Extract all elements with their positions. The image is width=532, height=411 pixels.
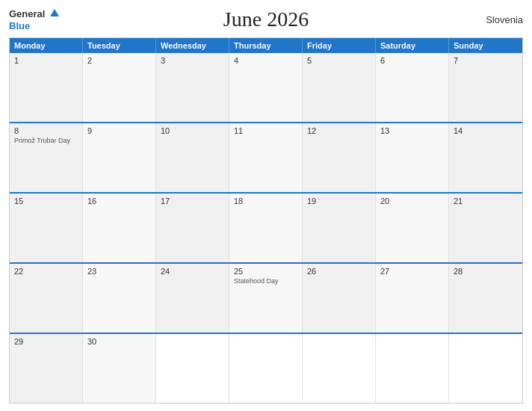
cell-w4-4: 25Statehood Day xyxy=(229,264,303,333)
week-3: 15 16 17 18 19 20 21 xyxy=(10,192,522,262)
cell-w1-5: 5 xyxy=(303,53,376,122)
cell-w5-4 xyxy=(229,334,303,403)
week-1: 1 2 3 4 5 6 7 xyxy=(10,53,522,122)
cell-w4-7: 28 xyxy=(449,264,522,333)
week-5: 29 30 xyxy=(10,333,522,403)
cell-w3-1: 15 xyxy=(10,194,83,262)
cell-w3-2: 16 xyxy=(83,194,156,262)
cell-w5-5 xyxy=(303,334,376,403)
week-2: 8Primož Trubar Day 9 10 11 12 13 14 xyxy=(10,122,522,192)
cell-w5-6 xyxy=(376,334,449,403)
col-wednesday: Wednesday xyxy=(156,38,229,53)
cell-w5-2: 30 xyxy=(83,334,156,403)
cell-w3-6: 20 xyxy=(376,194,449,262)
cell-w2-4: 11 xyxy=(229,123,303,192)
col-monday: Monday xyxy=(10,38,83,53)
col-friday: Friday xyxy=(303,38,376,53)
cell-w1-4: 4 xyxy=(229,53,303,122)
cell-w5-3 xyxy=(156,334,229,403)
cell-w2-2: 9 xyxy=(83,123,156,192)
logo: General Blue xyxy=(9,7,59,31)
col-sunday: Sunday xyxy=(449,38,522,53)
cell-w4-2: 23 xyxy=(83,264,156,333)
cell-w1-2: 2 xyxy=(83,53,156,122)
calendar-header-row: Monday Tuesday Wednesday Thursday Friday… xyxy=(10,38,522,53)
logo-line2: Blue xyxy=(9,19,59,31)
cell-w1-6: 6 xyxy=(376,53,449,122)
cell-w2-3: 10 xyxy=(156,123,229,192)
cell-w2-1: 8Primož Trubar Day xyxy=(10,123,83,192)
col-tuesday: Tuesday xyxy=(83,38,156,53)
col-thursday: Thursday xyxy=(229,38,303,53)
cell-w3-3: 17 xyxy=(156,194,229,262)
logo-line1: General xyxy=(9,7,59,19)
calendar-title: June 2026 xyxy=(223,7,309,31)
cell-w1-1: 1 xyxy=(10,53,83,122)
cell-w2-6: 13 xyxy=(376,123,449,192)
col-saturday: Saturday xyxy=(376,38,449,53)
calendar-page: General Blue June 2026 Slovenia Monday T… xyxy=(0,0,532,411)
cell-w5-7 xyxy=(449,334,522,403)
cell-w3-5: 19 xyxy=(303,194,376,262)
logo-triangle-icon xyxy=(50,9,59,16)
cell-w2-5: 12 xyxy=(303,123,376,192)
cell-w5-1: 29 xyxy=(10,334,83,403)
cell-w1-3: 3 xyxy=(156,53,229,122)
cell-w3-7: 21 xyxy=(449,194,522,262)
country-label: Slovenia xyxy=(486,14,523,25)
cell-w2-7: 14 xyxy=(449,123,522,192)
week-4: 22 23 24 25Statehood Day 26 27 28 xyxy=(10,262,522,333)
cell-w3-4: 18 xyxy=(229,194,303,262)
cell-w4-6: 27 xyxy=(376,264,449,333)
cell-w4-3: 24 xyxy=(156,264,229,333)
calendar-header: General Blue June 2026 Slovenia xyxy=(9,7,523,31)
logo-blue-text: Blue xyxy=(9,20,30,31)
logo-general-text: General xyxy=(9,8,45,19)
calendar-grid: Monday Tuesday Wednesday Thursday Friday… xyxy=(9,37,523,404)
calendar-body: 1 2 3 4 5 6 7 8Primož Trubar Day 9 10 11… xyxy=(10,53,522,403)
cell-w4-5: 26 xyxy=(303,264,376,333)
cell-w1-7: 7 xyxy=(449,53,522,122)
cell-w4-1: 22 xyxy=(10,264,83,333)
